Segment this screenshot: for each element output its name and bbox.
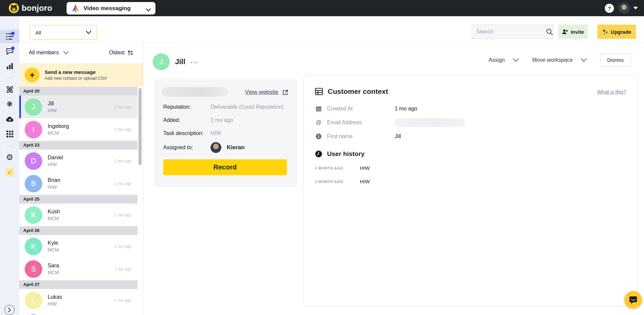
record-button[interactable]: Record — [163, 159, 287, 175]
contact-list-item[interactable]: K Kush MCM 1 mo ago — [19, 204, 138, 226]
plus-icon: + — [25, 68, 40, 82]
table-icon — [315, 88, 323, 95]
contact-name-title: Jill — [175, 57, 185, 66]
contact-list-item[interactable]: S Sara MCM 1 mo ago — [19, 258, 138, 280]
contact-avatar: D — [25, 152, 42, 170]
rail-item-analytics[interactable] — [0, 59, 19, 73]
chat-smile-icon — [629, 295, 638, 304]
help-button[interactable]: ? — [605, 4, 614, 13]
assignee-avatar — [210, 142, 221, 153]
contact-name: Lukas — [48, 294, 62, 300]
contact-list-item[interactable]: D Daniel HIW 1 mo ago — [19, 150, 138, 172]
contact-list-item[interactable] — [19, 312, 138, 315]
topbar: bonjoro Video messaging ? — [0, 0, 644, 16]
contact-name: Brian — [48, 177, 60, 183]
context-field-value: 1 mo ago — [395, 106, 417, 112]
user-history-title: User history — [327, 150, 365, 158]
info-icon — [315, 133, 322, 139]
contact-avatar: J — [25, 98, 42, 116]
gear-icon: ⚙ — [6, 153, 14, 161]
rail-item-tools[interactable] — [0, 83, 19, 96]
contact-list-item[interactable]: B Brian HIW 1 mo ago — [19, 172, 138, 195]
apps-grid-icon — [6, 130, 14, 138]
scrollbar-thumb[interactable] — [139, 88, 142, 165]
chevron-down-icon — [581, 58, 587, 62]
cloud-play-icon — [6, 115, 14, 123]
detail-view: J Jill ••• Assign Move workspace Dismiss… — [143, 42, 644, 315]
rail-divider — [6, 146, 14, 146]
contact-list-item[interactable]: L Lukas HIW 1 mo ago — [19, 289, 138, 312]
move-workspace-dropdown[interactable]: Move workspace — [532, 57, 587, 63]
task-rows: Reputation: Deliverable (Good Reputation… — [163, 103, 288, 138]
search-icon[interactable] — [546, 28, 553, 35]
banner-subtitle: Add new contact or upload CSV — [45, 76, 107, 81]
contact-tag: HIW — [48, 184, 60, 190]
scrollbar-track — [138, 87, 143, 315]
detail-actions: Assign Move workspace Dismiss — [489, 54, 631, 67]
customer-context-panel: Customer context What is this? Created A… — [303, 75, 638, 306]
rail-item-video-library[interactable] — [0, 112, 19, 126]
more-options-icon[interactable]: ••• — [191, 59, 199, 65]
rail-item-settings[interactable]: ⚙ — [0, 151, 19, 164]
members-filter-dropdown[interactable]: All members — [29, 50, 69, 56]
contact-tag: MCM — [48, 247, 59, 253]
rail-item-integrations[interactable]: ❋ — [0, 98, 19, 111]
contact-tag: MCM — [48, 130, 69, 136]
view-website-link[interactable]: View website — [245, 89, 278, 96]
assign-label: Assign — [489, 57, 505, 63]
dismiss-button[interactable]: Dismiss — [600, 54, 631, 67]
contact-avatar: K — [25, 238, 42, 255]
rail-item-queue[interactable] — [0, 30, 19, 43]
contact-time: 1 mo ago — [115, 159, 131, 163]
bonjoro-logo[interactable]: bonjoro — [9, 3, 52, 13]
members-panel: All members Oldest + Send a new message … — [19, 42, 143, 315]
contact-avatar: B — [25, 175, 42, 192]
contact-list-item[interactable]: J Jill HIW 1 mo ago — [19, 96, 138, 118]
filter-value: All — [35, 30, 86, 35]
history-entry: 1 MONTH AGO HIW — [315, 165, 626, 171]
rail-item-apps[interactable] — [0, 127, 19, 141]
task-card: View website Reputation: Deliverable (Go… — [154, 78, 298, 187]
history-value: HIW — [360, 179, 370, 184]
filter-dropdown[interactable]: All — [30, 25, 97, 40]
history-entry: 1 MONTH AGO HIW — [315, 179, 626, 184]
contact-time: 1 mo ago — [115, 267, 131, 271]
send-new-message-banner[interactable]: + Send a new message Add new contact or … — [19, 63, 143, 87]
contact-header: J Jill ••• — [153, 53, 198, 70]
expand-sidebar-button[interactable] — [4, 305, 15, 315]
user-menu-caret-icon[interactable] — [633, 7, 638, 9]
contact-name: Kyle — [48, 240, 59, 246]
chat-widget-button[interactable] — [624, 291, 642, 309]
contact-avatar: L — [25, 292, 42, 309]
external-link-icon[interactable] — [282, 89, 288, 95]
search-input[interactable] — [476, 29, 546, 35]
workspace-switcher[interactable]: Video messaging — [67, 2, 155, 15]
clock-icon — [315, 150, 322, 158]
user-avatar[interactable] — [618, 2, 630, 14]
invite-button[interactable]: Invite — [558, 25, 588, 39]
notification-dot — [11, 47, 15, 50]
sort-control[interactable]: Oldest — [109, 50, 133, 56]
contact-list-item[interactable]: I Ingeborg MCM 1 mo ago — [19, 118, 138, 141]
upgrade-button[interactable]: Upgrade — [597, 25, 636, 39]
contact-time: 1 mo ago — [115, 127, 131, 132]
contact-time: 1 mo ago — [115, 213, 131, 217]
rail-item-tasks[interactable]: ✔ — [0, 165, 19, 179]
context-field-row: First name Jill — [315, 132, 626, 141]
date-group-header: April 25 — [19, 195, 138, 204]
what-is-this-link[interactable]: What is this? — [597, 89, 626, 95]
task-row-label: Task description: — [163, 130, 210, 136]
context-field-value — [395, 118, 466, 127]
context-field-row: @ Email Address — [315, 118, 626, 127]
contact-tag: HIW — [48, 301, 62, 307]
contact-tag: MCM — [48, 270, 59, 275]
contact-list-item[interactable]: K Kyle MCM 1 mo ago — [19, 235, 138, 258]
assign-dropdown[interactable]: Assign — [489, 57, 519, 63]
rail-item-messages[interactable] — [0, 45, 19, 58]
brand-name: bonjoro — [22, 3, 52, 13]
context-field-value: Jill — [395, 133, 401, 139]
bar-chart-icon — [6, 62, 14, 70]
search-box — [472, 25, 553, 39]
assignee-name: Kieran — [227, 144, 245, 151]
date-group-header: April 27 — [19, 280, 138, 289]
